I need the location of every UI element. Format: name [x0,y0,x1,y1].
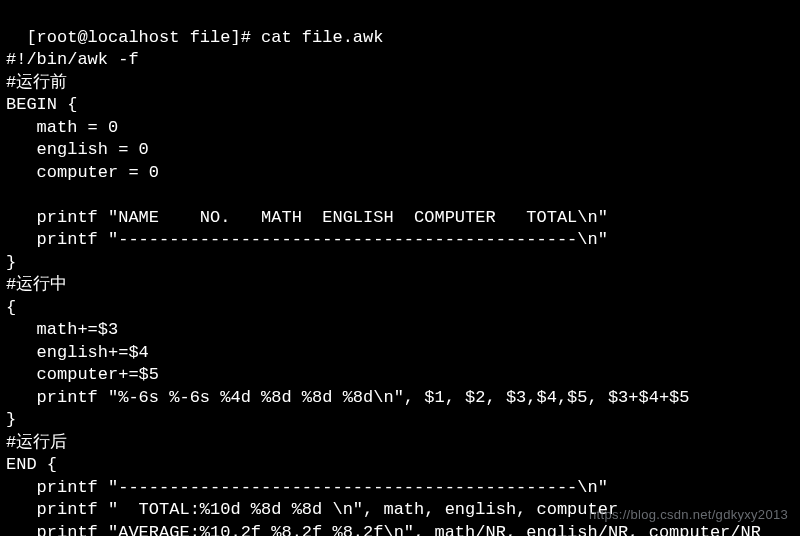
output-line: END { [6,455,57,474]
output-line: computer = 0 [6,163,159,182]
output-line: printf "--------------------------------… [6,230,608,249]
output-line: } [6,410,16,429]
terminal-window[interactable]: [root@localhost file]# cat file.awk #!/b… [0,0,800,536]
output-line: printf "%-6s %-6s %4d %8d %8d %8d\n", $1… [6,388,690,407]
output-line: { [6,298,16,317]
output-line: printf " TOTAL:%10d %8d %8d \n", math, e… [6,500,618,519]
output-line: math = 0 [6,118,118,137]
output-line: computer+=$5 [6,365,159,384]
output-line: } [6,253,16,272]
output-line: #!/bin/awk -f [6,50,139,69]
output-line: #运行前 [6,73,67,92]
output-line: printf "--------------------------------… [6,478,608,497]
command-text: cat file.awk [261,28,383,47]
output-line: english = 0 [6,140,149,159]
watermark-text: https://blog.csdn.net/gdkyxy2013 [589,504,788,527]
output-line: math+=$3 [6,320,118,339]
output-line: printf "NAME NO. MATH ENGLISH COMPUTER T… [6,208,608,227]
output-line: english+=$4 [6,343,149,362]
output-line: #运行后 [6,433,67,452]
shell-prompt: [root@localhost file]# [26,28,261,47]
output-line: #运行中 [6,275,67,294]
output-line: BEGIN { [6,95,77,114]
